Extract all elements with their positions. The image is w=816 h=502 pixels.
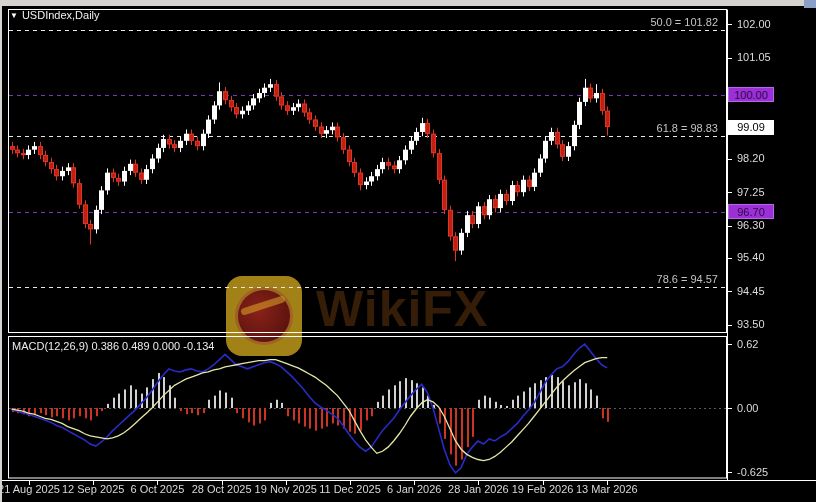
candlestick-and-macd-canvas[interactable] — [0, 0, 816, 502]
time-axis[interactable] — [0, 480, 816, 502]
symbol-period-text: USDIndex,Daily — [22, 9, 100, 21]
current-price-tag: 99.09 — [728, 120, 774, 135]
window-top-edge — [0, 0, 816, 6]
macd-indicator-label: MACD(12,26,9) 0.386 0.489 0.000 -0.134 — [12, 340, 214, 352]
scrollbar-corner[interactable] — [804, 0, 816, 8]
dropdown-triangle-icon: ▼ — [10, 11, 18, 20]
trading-chart-window: WikiFX ▼USDIndex,Daily MACD(12,26,9) 0.3… — [0, 0, 816, 502]
price-level-tag[interactable]: 96.70 — [728, 204, 774, 219]
price-level-tag[interactable]: 100.00 — [728, 87, 774, 102]
window-left-edge — [0, 0, 2, 502]
price-axis[interactable] — [727, 9, 816, 480]
symbol-period-label[interactable]: ▼USDIndex,Daily — [10, 9, 100, 21]
